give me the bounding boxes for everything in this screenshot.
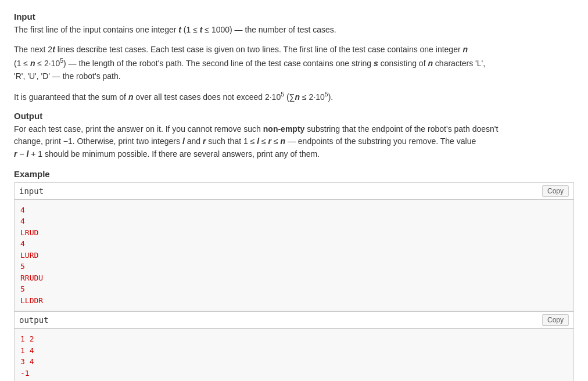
output-line-2: 1 4: [20, 345, 568, 357]
input-copy-button[interactable]: Copy: [542, 185, 569, 197]
output-code-content: 1 2 1 4 3 4 -1: [15, 329, 573, 381]
input-line-6: 5: [20, 261, 568, 272]
input-para3: It is guaranteed that the sum of n over …: [14, 89, 574, 103]
input-code-label: input: [19, 186, 44, 196]
input-line-5: LURD: [20, 250, 568, 261]
input-code-block: input Copy 4 4 LRUD 4 LURD 5 RRUDU 5 LLD…: [14, 182, 574, 312]
input-title: Input: [14, 12, 574, 21]
output-line-4: -1: [20, 368, 568, 379]
input-line-3: LRUD: [20, 227, 568, 239]
output-code-label: output: [19, 315, 49, 325]
input-section: Input The first line of the input contai…: [14, 12, 574, 104]
output-copy-button[interactable]: Copy: [542, 314, 569, 326]
example-title: Example: [14, 169, 574, 179]
input-line-8: 5: [20, 283, 568, 295]
output-para1: For each test case, print the answer on …: [14, 123, 574, 161]
input-code-content: 4 4 LRUD 4 LURD 5 RRUDU 5 LLDDR: [15, 200, 573, 311]
input-code-header: input Copy: [15, 183, 573, 200]
output-title: Output: [14, 111, 574, 121]
output-section: Output For each test case, print the ans…: [14, 111, 574, 161]
output-line-3: 3 4: [20, 356, 568, 368]
output-code-header: output Copy: [15, 312, 573, 329]
input-line-9: LLDDR: [20, 295, 568, 307]
input-line-1: 4: [20, 204, 568, 216]
input-line-4: 4: [20, 238, 568, 250]
input-para2: The next 2t lines describe test cases. E…: [14, 44, 574, 83]
output-code-block: output Copy 1 2 1 4 3 4 -1: [14, 311, 574, 381]
output-line-1: 1 2: [20, 333, 568, 345]
input-para1: The first line of the input contains one…: [14, 24, 574, 37]
example-section: Example input Copy 4 4 LRUD 4 LURD 5 RRU…: [14, 169, 574, 381]
input-line-7: RRUDU: [20, 272, 568, 284]
input-line-2: 4: [20, 215, 568, 227]
